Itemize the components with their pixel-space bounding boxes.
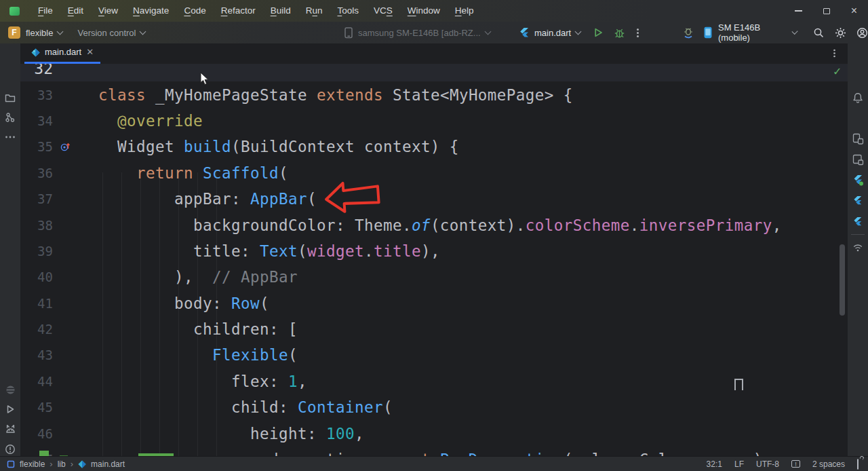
indent-widget[interactable]: 2 spaces [812, 459, 845, 469]
assistant-tool-button[interactable] [4, 383, 16, 396]
breadcrumb-project[interactable]: flexible [20, 459, 45, 469]
code-line-36[interactable]: 36 return Scaffold( [20, 160, 848, 186]
mouse-cursor [200, 72, 210, 86]
line-number[interactable]: 42 [20, 322, 53, 337]
code-line-39[interactable]: 39 title: Text(widget.title), [20, 238, 848, 264]
line-number[interactable]: 41 [20, 296, 53, 311]
menu-item-refactor[interactable]: Refactor [214, 0, 263, 22]
line-number[interactable]: 37 [20, 191, 53, 206]
project-widget[interactable]: flexible [26, 28, 53, 38]
menu-item-run[interactable]: Run [298, 0, 330, 22]
flutter-outline-button[interactable] [852, 174, 864, 186]
notifications-button[interactable] [852, 92, 864, 104]
flutter-performance-button[interactable] [852, 195, 864, 207]
breadcrumb-file[interactable]: main.dart [91, 459, 125, 469]
line-number[interactable]: 44 [20, 374, 53, 389]
line-number[interactable]: 32 [20, 64, 53, 77]
code-line-34[interactable]: 34 @override [20, 108, 848, 134]
tab-main-dart[interactable]: main.dart ✕ [24, 43, 100, 64]
flutter-attach-button[interactable] [682, 27, 694, 39]
running-devices-button[interactable] [852, 132, 864, 145]
chevron-right-icon: › [50, 459, 52, 469]
menu-item-tools[interactable]: Tools [330, 0, 367, 22]
tab-close-icon[interactable]: ✕ [86, 47, 94, 57]
code-line-45[interactable]: 45 child: Container( [20, 394, 848, 420]
logcat-tool-button[interactable] [4, 423, 16, 435]
line-number[interactable]: 35 [20, 139, 53, 154]
tab-options-button[interactable] [833, 52, 835, 54]
menu-item-edit[interactable]: Edit [60, 0, 91, 22]
target-device-label[interactable]: SM E146B (mobile) [718, 22, 788, 43]
menu-item-help[interactable]: Help [448, 0, 481, 22]
caret-position-widget[interactable]: 32:1 [707, 459, 722, 469]
code-line-37[interactable]: 37 appBar: AppBar( [20, 186, 848, 212]
line-separator-widget[interactable]: LF [734, 459, 744, 469]
version-control-widget[interactable]: Version control [77, 28, 136, 38]
run-configuration-selector[interactable]: main.dart [534, 28, 571, 38]
code-lines: 3233class _MyHomePageState extends State… [20, 64, 848, 456]
close-button[interactable]: × [840, 0, 868, 22]
project-tool-button[interactable] [4, 92, 16, 104]
device-button[interactable] [703, 26, 713, 39]
code-line-46[interactable]: 46 height: 100, [20, 420, 848, 446]
dart-file-icon [31, 48, 40, 57]
menu-item-file[interactable]: File [31, 0, 60, 22]
code-text: height: 100, [80, 425, 364, 442]
code-line-35[interactable]: 35 Widget build(BuildContext context) { [20, 134, 848, 159]
code-line-32[interactable]: 32 [20, 64, 848, 81]
account-icon [856, 27, 868, 39]
code-line-40[interactable]: 40 ), // AppBar [20, 264, 848, 290]
code-line-43[interactable]: 43 Flexible( [20, 342, 848, 368]
code-line-33[interactable]: 33class _MyHomePageState extends State<M… [20, 81, 848, 107]
menu-item-vcs[interactable]: VCS [366, 0, 400, 22]
flutter-inspector-button[interactable] [852, 216, 864, 228]
encoding-widget[interactable]: UTF-8 [756, 459, 779, 469]
settings-button[interactable] [835, 27, 846, 39]
minimize-button[interactable] [785, 0, 812, 22]
line-number[interactable]: 46 [20, 426, 53, 441]
code-text: child: Container( [80, 398, 393, 416]
problems-tool-button[interactable] [4, 443, 16, 455]
more-actions-button[interactable] [637, 32, 639, 34]
search-everywhere-button[interactable] [813, 27, 825, 39]
status-bar: flexible › lib › main.dart 32:1 LF UTF-8… [0, 456, 868, 471]
stripe-divider [851, 234, 865, 235]
run-button[interactable] [593, 27, 604, 38]
line-number[interactable]: 36 [20, 166, 53, 181]
line-number[interactable]: 33 [20, 88, 53, 102]
device-selector[interactable]: samsung SM-E146B [adb-RZ... [344, 22, 490, 43]
line-number[interactable]: 39 [20, 244, 53, 259]
line-number[interactable]: 38 [20, 218, 53, 233]
vertical-scrollbar[interactable] [840, 244, 845, 316]
code-editor[interactable]: 3233class _MyHomePageState extends State… [20, 64, 848, 456]
inspection-ok-icon[interactable]: ✓ [833, 65, 842, 78]
profile-button[interactable] [856, 27, 868, 39]
code-line-41[interactable]: 41 body: Row( [20, 290, 848, 316]
device-selector-label: samsung SM-E146B [adb-RZ... [358, 28, 481, 38]
code-line-42[interactable]: 42 children: [ [20, 316, 848, 342]
code-line-44[interactable]: 44 flex: 1, [20, 369, 848, 394]
structure-tool-button[interactable] [4, 111, 16, 124]
debug-button[interactable] [614, 27, 625, 39]
line-number[interactable]: 43 [20, 347, 53, 362]
project-badge[interactable]: F [8, 26, 20, 39]
menu-item-code[interactable]: Code [176, 0, 213, 22]
menu-item-build[interactable]: Build [263, 0, 298, 22]
maximize-button[interactable] [812, 0, 840, 22]
menu-item-window[interactable]: Window [400, 0, 448, 22]
line-number[interactable]: 34 [20, 113, 53, 128]
network-inspector-button[interactable] [852, 241, 864, 253]
code-text: @override [80, 112, 203, 130]
more-tool-windows-button[interactable] [4, 131, 16, 143]
menu-item-navigate[interactable]: Navigate [125, 0, 176, 22]
menu-item-view[interactable]: View [91, 0, 125, 22]
breadcrumb-folder[interactable]: lib [58, 459, 66, 469]
file-lock-widget[interactable] [857, 459, 859, 469]
run-tool-button[interactable] [4, 403, 16, 415]
line-number[interactable]: 40 [20, 269, 53, 284]
code-line-38[interactable]: 38 backgroundColor: Theme.of(context).co… [20, 212, 848, 238]
device-manager-button[interactable] [852, 153, 864, 166]
notifications-widget[interactable]: ! [791, 460, 800, 468]
line-number[interactable]: 45 [20, 400, 53, 415]
tab-label: main.dart [45, 47, 81, 57]
